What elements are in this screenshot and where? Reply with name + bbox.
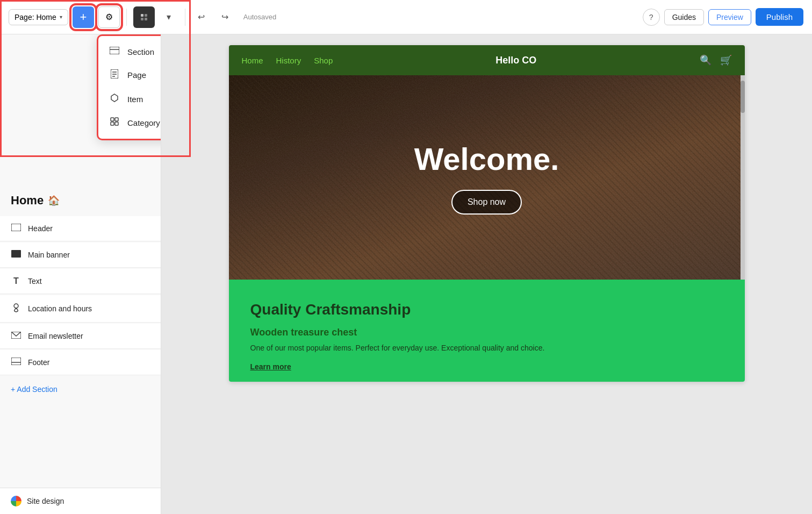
guides-button[interactable]: Guides <box>664 9 704 25</box>
svg-rect-2 <box>145 14 147 17</box>
dropdown-item-label: Item <box>127 95 143 104</box>
svg-rect-13 <box>115 118 118 121</box>
text-label: Text <box>28 277 42 285</box>
sidebar-item-footer[interactable]: Footer <box>0 350 161 375</box>
canvas-area[interactable]: Home History Shop Hello CO 🔍 🛒 <box>161 34 812 514</box>
dropdown-arrow-button[interactable]: ▾ <box>159 8 178 27</box>
footer-icon <box>11 358 21 367</box>
svg-rect-5 <box>110 47 119 54</box>
help-icon: ? <box>649 13 653 22</box>
add-section-label: + Add Section <box>11 385 58 394</box>
location-label: Location and hours <box>28 304 92 313</box>
svg-rect-16 <box>11 224 21 231</box>
cart-icon[interactable]: 🛒 <box>720 54 732 66</box>
header-icon <box>11 224 21 233</box>
nav-link-history[interactable]: History <box>276 56 301 65</box>
scrollbar-thumb[interactable] <box>741 81 745 113</box>
sidebar-item-main-banner[interactable]: Main banner <box>0 242 161 268</box>
text-icon: T <box>11 276 21 286</box>
svg-rect-17 <box>11 250 21 258</box>
add-dropdown: Section Page Item Category <box>97 34 161 140</box>
page-icon <box>109 69 120 81</box>
product-description: One of our most popular items. Perfect f… <box>250 342 723 354</box>
svg-rect-4 <box>145 18 147 20</box>
site-design-icon <box>11 496 21 506</box>
svg-point-18 <box>14 304 18 308</box>
email-label: Email newsletter <box>28 332 83 340</box>
product-title: Wooden treasure chest <box>250 327 723 338</box>
sidebar-item-header[interactable]: Header <box>0 216 161 241</box>
dropdown-item-item[interactable]: Item <box>98 87 161 111</box>
page-selector[interactable]: Page: Home ▾ <box>9 9 68 25</box>
dropdown-item-category[interactable]: Category <box>98 111 161 134</box>
main-layout: Section Page Item Category <box>0 34 812 514</box>
sidebar: Section Page Item Category <box>0 34 161 514</box>
sidebar-spacer <box>0 402 161 488</box>
separator <box>126 9 127 26</box>
canvas-wrapper: Home History Shop Hello CO 🔍 🛒 <box>229 45 745 382</box>
theme-color-button[interactable] <box>133 6 155 28</box>
toolbar-left: Page: Home ▾ + ⚙ ▾ ↩ ↪ <box>9 6 276 28</box>
add-button[interactable]: + <box>73 6 94 28</box>
settings-button[interactable]: ⚙ <box>98 6 120 28</box>
nav-icons: 🔍 🛒 <box>700 54 732 66</box>
email-icon <box>11 331 21 341</box>
sidebar-item-text[interactable]: T Text <box>0 269 161 294</box>
nav-links: Home History Shop <box>242 56 333 65</box>
palette-icon <box>140 13 148 22</box>
footer-label: Footer <box>28 358 49 367</box>
nav-brand: Hello CO <box>495 55 536 66</box>
dropdown-category-label: Category <box>127 118 160 127</box>
nav-link-home[interactable]: Home <box>242 56 263 65</box>
svg-rect-1 <box>141 14 143 17</box>
preview-button[interactable]: Preview <box>708 9 751 25</box>
item-icon <box>109 94 120 104</box>
main-banner-label: Main banner <box>28 251 70 259</box>
preview-label: Preview <box>716 13 743 22</box>
category-icon <box>109 117 120 128</box>
hero-title: Welcome. <box>414 141 559 177</box>
craftsmanship-title: Quality Craftsmanship <box>250 301 723 318</box>
section-icon <box>109 47 120 56</box>
sidebar-title: Home 🏠 <box>0 185 161 216</box>
header-label: Header <box>28 224 53 233</box>
search-icon[interactable]: 🔍 <box>700 54 712 66</box>
sidebar-item-email[interactable]: Email newsletter <box>0 324 161 349</box>
undo-button[interactable]: ↩ <box>192 8 211 27</box>
page-selector-label: Page: Home <box>15 13 56 22</box>
site-design-label: Site design <box>27 497 64 505</box>
autosaved-status: Autosaved <box>243 13 276 21</box>
svg-rect-20 <box>11 358 21 365</box>
undo-icon: ↩ <box>198 12 205 22</box>
home-title-text: Home <box>11 194 44 208</box>
scrollbar-track[interactable] <box>741 75 745 280</box>
home-icon: 🏠 <box>48 195 60 206</box>
learn-more-link[interactable]: Learn more <box>250 362 723 371</box>
green-section: Quality Craftsmanship Wooden treasure ch… <box>229 280 745 382</box>
publish-label: Publish <box>766 12 793 22</box>
dropdown-section-label: Section <box>127 47 154 56</box>
shop-now-label: Shop now <box>468 197 506 206</box>
shop-now-button[interactable]: Shop now <box>451 190 522 215</box>
sidebar-footer-site-design[interactable]: Site design <box>0 488 161 514</box>
publish-button[interactable]: Publish <box>756 8 803 26</box>
toolbar: Page: Home ▾ + ⚙ ▾ ↩ ↪ <box>0 0 812 34</box>
redo-icon: ↪ <box>221 12 228 22</box>
separator-2 <box>185 9 185 26</box>
redo-button[interactable]: ↪ <box>215 8 235 27</box>
hero-section: Welcome. Shop now <box>229 75 745 280</box>
sidebar-item-location[interactable]: Location and hours <box>0 295 161 323</box>
banner-icon <box>11 250 21 260</box>
svg-rect-15 <box>115 122 118 125</box>
dropdown-item-section[interactable]: Section <box>98 40 161 63</box>
chevron-down-icon: ▾ <box>60 14 62 20</box>
dropdown-item-page[interactable]: Page <box>98 63 161 87</box>
add-section-button[interactable]: + Add Section <box>0 376 161 402</box>
dropdown-page-label: Page <box>127 70 146 80</box>
nav-link-shop[interactable]: Shop <box>314 56 333 65</box>
sidebar-items: Header Main banner T Text Location and h… <box>0 216 161 376</box>
location-icon <box>11 303 21 315</box>
help-button[interactable]: ? <box>643 9 660 26</box>
guides-label: Guides <box>672 13 696 22</box>
svg-rect-12 <box>111 118 114 121</box>
